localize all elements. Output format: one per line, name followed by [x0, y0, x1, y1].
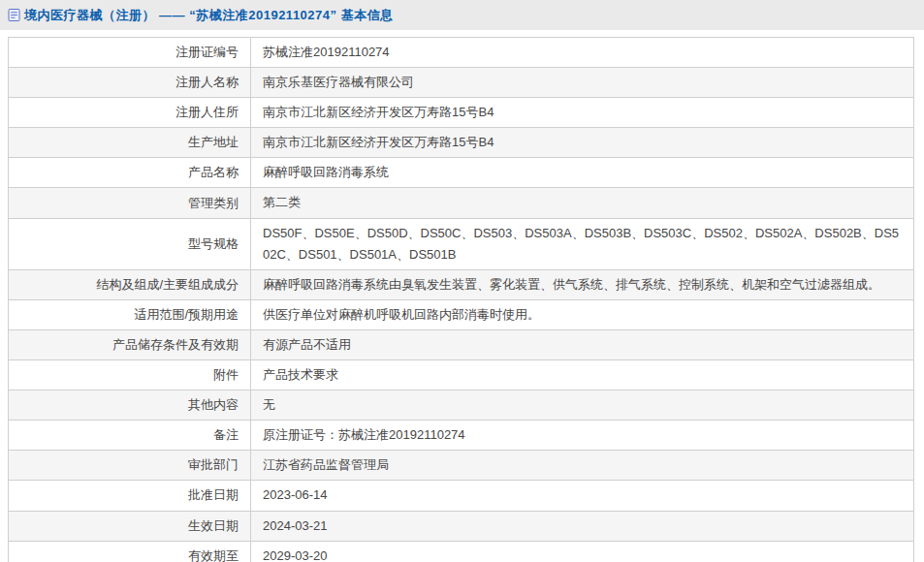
row-value: 供医疗单位对麻醉机呼吸机回路内部消毒时使用。 [251, 299, 914, 329]
row-label: 结构及组成/主要组成成分 [9, 269, 251, 299]
registration-info-table: 注册证编号 苏械注准20192110274 注册人名称 南京乐基医疗器械有限公司… [8, 37, 914, 562]
row-label-text: 注册证编号 [175, 45, 239, 59]
row-label: 产品名称 [9, 158, 251, 188]
row-label: 注册人名称 [9, 68, 251, 98]
row-value: 南京市江北新区经济开发区万寿路15号B4 [251, 128, 914, 158]
row-value: 无 [251, 390, 914, 421]
table-row: 其他内容 无 [9, 390, 914, 421]
row-label-text: 其他内容 [188, 397, 239, 412]
table-row: 注册证编号 苏械注准20192110274 [9, 38, 914, 68]
row-label: 注册证编号 [9, 38, 251, 68]
table-row: 注册人名称 南京乐基医疗器械有限公司 [9, 68, 914, 98]
row-label-text: 适用范围/预期用途 [134, 307, 239, 322]
row-value: 2024-03-21 [251, 511, 914, 541]
table-row: 审批部门 江苏省药品监督管理局 [9, 451, 914, 481]
table-row: 生效日期 2024-03-21 [9, 511, 914, 541]
row-label-text: 审批部门 [188, 457, 239, 472]
row-value: 南京市江北新区经济开发区万寿路15号B4 [251, 98, 914, 128]
row-label: 审批部门 [9, 451, 251, 481]
row-label-text: 注册人名称 [175, 75, 239, 89]
row-value: 第二类 [251, 188, 914, 218]
row-label-text: 有效期至 [188, 548, 239, 562]
row-label: 型号规格 [9, 218, 251, 269]
row-label: 生产地址 [9, 128, 251, 158]
row-label-text: 产品名称 [188, 165, 239, 179]
table-row: 备注 原注册证号：苏械注准20192110274 [9, 421, 914, 451]
row-label-text: 产品储存条件及有效期 [112, 337, 239, 352]
row-label: 其他内容 [9, 390, 251, 421]
row-value: 麻醉呼吸回路消毒系统由臭氧发生装置、雾化装置、供气系统、排气系统、控制系统、机架… [251, 269, 914, 299]
table-row: 注册人住所 南京市江北新区经济开发区万寿路15号B4 [9, 98, 914, 128]
row-label: 备注 [9, 421, 251, 451]
row-label: 注册人住所 [9, 98, 251, 128]
row-label-text: 附件 [213, 367, 239, 382]
row-label: 产品储存条件及有效期 [9, 329, 251, 359]
row-label-text: 管理类别 [188, 196, 239, 210]
row-label-text: 生产地址 [188, 135, 239, 149]
row-value: 苏械注准20192110274 [251, 38, 914, 68]
table-row: 生产地址 南京市江北新区经济开发区万寿路15号B4 [9, 128, 914, 158]
table-row: 批准日期 2023-06-14 [9, 481, 914, 511]
table-row: 附件 产品技术要求 [9, 360, 914, 390]
table-row: 适用范围/预期用途 供医疗单位对麻醉机呼吸机回路内部消毒时使用。 [9, 299, 914, 329]
row-label: 管理类别 [9, 188, 251, 218]
row-value: 江苏省药品监督管理局 [251, 451, 914, 481]
row-label-text: 注册人住所 [175, 105, 239, 119]
row-value: DS50F、DS50E、DS50D、DS50C、DS503、DS503A、DS5… [251, 218, 914, 269]
document-icon [8, 8, 20, 22]
row-value: 原注册证号：苏械注准20192110274 [251, 421, 914, 451]
table-row: 型号规格 DS50F、DS50E、DS50D、DS50C、DS503、DS503… [9, 218, 914, 269]
row-value: 有源产品不适用 [251, 329, 914, 359]
row-label: 附件 [9, 360, 251, 390]
row-label-text: 备注 [213, 427, 239, 442]
row-value: 2029-03-20 [251, 541, 914, 562]
row-label-text: 批准日期 [188, 487, 239, 502]
info-table-body: 注册证编号 苏械注准20192110274 注册人名称 南京乐基医疗器械有限公司… [9, 38, 914, 562]
row-value: 2023-06-14 [251, 481, 914, 511]
row-label: 有效期至 [9, 541, 251, 562]
row-label: 批准日期 [9, 481, 251, 511]
row-label-text: 生效日期 [188, 518, 239, 533]
table-row: 结构及组成/主要组成成分 麻醉呼吸回路消毒系统由臭氧发生装置、雾化装置、供气系统… [9, 269, 914, 299]
row-label-text: 结构及组成/主要组成成分 [96, 277, 239, 292]
row-value: 产品技术要求 [251, 360, 914, 390]
table-row: 产品名称 麻醉呼吸回路消毒系统 [9, 158, 914, 188]
row-label: 生效日期 [9, 511, 251, 541]
page-header: 境内医疗器械（注册） —— “苏械注准20192110274” 基本信息 [0, 0, 924, 30]
page-title: 境内医疗器械（注册） —— “苏械注准20192110274” 基本信息 [24, 7, 394, 24]
row-value: 麻醉呼吸回路消毒系统 [251, 158, 914, 188]
table-row: 有效期至 2029-03-20 [9, 541, 914, 562]
row-value: 南京乐基医疗器械有限公司 [251, 68, 914, 98]
row-label: 适用范围/预期用途 [9, 299, 251, 329]
table-row: 管理类别 第二类 [9, 188, 914, 218]
table-row: 产品储存条件及有效期 有源产品不适用 [9, 329, 914, 359]
row-label-text: 型号规格 [188, 236, 239, 251]
